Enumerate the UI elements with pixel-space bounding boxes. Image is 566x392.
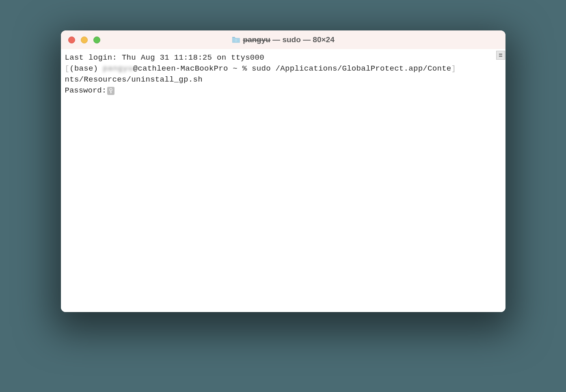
open-bracket: [ (65, 64, 70, 73)
folder-icon (231, 36, 240, 43)
svg-rect-4 (499, 54, 502, 55)
title-text: pangyu — sudo — 80×24 (243, 35, 334, 44)
prompt-user: pangyu (103, 63, 133, 74)
terminal-content[interactable]: Last login: Thu Aug 31 11:18:25 on ttys0… (61, 49, 506, 312)
title-sep2: — (301, 35, 313, 44)
zoom-button[interactable] (93, 37, 100, 43)
password-label: Password: (65, 85, 107, 96)
command-text: sudo /Applications/GlobalProtect.app/Con… (252, 64, 451, 73)
titlebar: pangyu — sudo — 80×24 (61, 30, 506, 49)
command-line: [(base) pangyu@cathleen-MacBookPro ~ % s… (65, 63, 501, 74)
command-wrap-line: nts/Resources/uninstall_gp.sh (65, 74, 501, 85)
title-sep1: — (270, 35, 283, 44)
traffic-lights (68, 37, 100, 43)
prompt-env: (base) (69, 64, 103, 73)
close-button[interactable] (68, 37, 75, 43)
minimize-button[interactable] (81, 37, 88, 43)
close-bracket: ] (452, 64, 456, 73)
last-login-line: Last login: Thu Aug 31 11:18:25 on ttys0… (65, 52, 501, 63)
scrollbar[interactable] (496, 49, 506, 312)
prompt-host: @cathleen-MacBookPro ~ % (133, 64, 252, 73)
window-title: pangyu — sudo — 80×24 (231, 35, 334, 44)
scroll-indicator[interactable] (496, 51, 505, 60)
title-user: pangyu (243, 35, 270, 44)
password-line: Password: (65, 85, 501, 96)
svg-rect-2 (110, 90, 111, 93)
title-process: sudo (282, 35, 300, 44)
svg-rect-3 (110, 92, 112, 93)
title-dimensions: 80×24 (313, 35, 334, 44)
key-icon (107, 87, 114, 95)
terminal-window: pangyu — sudo — 80×24 Last login: Thu Au… (61, 30, 506, 312)
svg-rect-5 (499, 56, 502, 57)
